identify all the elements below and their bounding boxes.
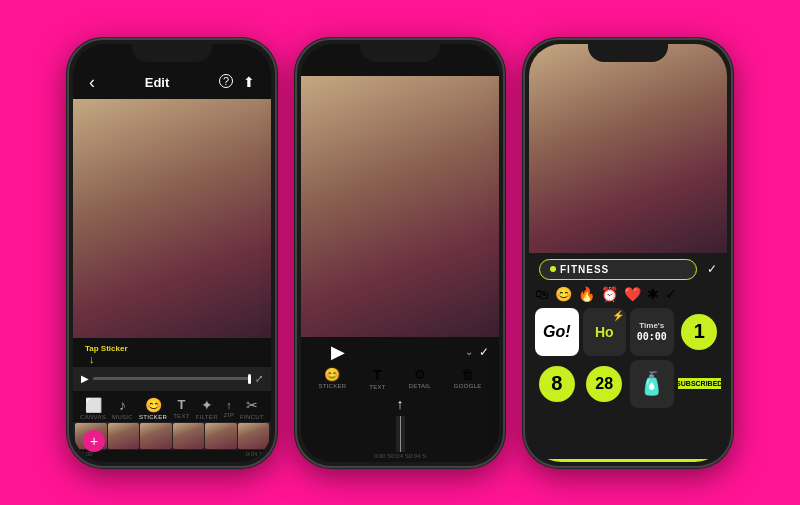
emoji-tab-bag[interactable]: 🛍 <box>535 286 549 302</box>
fincut-icon: ✂ <box>246 397 258 413</box>
sticker-number-1[interactable]: 1 <box>678 308 722 356</box>
filter-tool[interactable]: ✦ FILTER <box>196 397 218 420</box>
search-pill[interactable]: FITNESS <box>539 259 697 280</box>
check-icon-2[interactable]: ✓ <box>479 345 489 359</box>
video-area-1 <box>73 99 271 338</box>
phone-2: ▶ ⌄ ✓ 😊 STICKER T TEXT ⚙ DETAIL <box>295 38 505 468</box>
tap-sticker-label: Tap Sticker ↓ <box>73 344 271 365</box>
back-icon[interactable]: ‹ <box>89 72 95 93</box>
timeline-bar-1: ▶ ⤢ <box>73 367 271 391</box>
play-btn-large[interactable]: ▶ <box>331 341 345 363</box>
up-arrow-icon: ↑ <box>397 396 404 412</box>
share-icon[interactable]: ⬆ <box>243 74 255 90</box>
header-icons: ? ⬆ <box>219 74 255 90</box>
emoji-tab-fire[interactable]: 🔥 <box>578 286 595 302</box>
hold-text: Ho <box>595 324 614 340</box>
filmstrip-area-2 <box>396 416 405 452</box>
middle-controls-2: ▶ ⌄ ✓ 😊 STICKER T TEXT ⚙ DETAIL <box>301 337 499 462</box>
frame-3 <box>140 423 172 449</box>
add-button[interactable]: + <box>83 430 105 452</box>
timeline-track-1 <box>93 377 251 380</box>
detail-icon-2: ⚙ <box>414 367 426 382</box>
emoji-tab-smile[interactable]: 😊 <box>555 286 572 302</box>
sticker-28[interactable]: 28 <box>583 360 627 408</box>
filter-icon: ✦ <box>201 397 213 413</box>
text-tool[interactable]: T TEXT <box>173 397 190 419</box>
sticker-go[interactable]: Go! <box>535 308 579 356</box>
sticker-8[interactable]: 8 <box>535 360 579 408</box>
notch-3 <box>588 40 668 62</box>
sticker-subscribed[interactable]: SUBSCRIBED <box>678 360 722 408</box>
search-dot <box>550 266 556 272</box>
sticker-icon-2: 😊 <box>324 367 340 382</box>
number-8-badge: 8 <box>539 366 575 402</box>
notch-1 <box>132 40 212 62</box>
canvas-icon: ⬜ <box>85 397 102 413</box>
lightning-icon: ⚡ <box>612 310 624 321</box>
timeline-labels-1: 0:00 0:04 S <box>73 450 271 458</box>
sticker-times[interactable]: Time's 00:00 <box>630 308 674 356</box>
emoji-tab-check[interactable]: ✓ <box>665 286 677 302</box>
zip-tool[interactable]: ↑ ZIP <box>224 399 234 418</box>
frame-2 <box>108 423 140 449</box>
sticker-hold[interactable]: Ho ⚡ <box>583 308 627 356</box>
video-area-3 <box>529 44 727 253</box>
text-icon: T <box>177 397 185 412</box>
music-icon: ♪ <box>119 397 126 413</box>
play-icon-small[interactable]: ▶ <box>81 373 89 384</box>
emoji-tab-heart[interactable]: ❤️ <box>624 286 641 302</box>
crop-icon: ⤢ <box>255 373 263 384</box>
phones-container: ‹ Edit ? ⬆ Tap Sticker ↓ ▶ ⤢ <box>57 28 743 478</box>
arrow-down-icon: ↓ <box>89 353 95 365</box>
zip-icon: ↑ <box>226 399 232 411</box>
sticker-row-2: 8 28 🧴 SUBSCRIBED <box>535 360 721 408</box>
sticker-bottle[interactable]: 🧴 <box>630 360 674 408</box>
up-arrow-container: ↑ <box>301 392 499 416</box>
sticker-panel: FITNESS ✓ 🛍 😊 🔥 ⏰ ❤️ ✱ ✓ Go <box>529 253 727 462</box>
video-area-2 <box>301 76 499 337</box>
chevron-down-icon: ⌄ <box>465 346 473 357</box>
text-tool-2[interactable]: T TEXT <box>369 367 386 390</box>
sticker-toolbar-2: 😊 STICKER T TEXT ⚙ DETAIL 🗑 GOOGLE <box>301 363 499 392</box>
sticker-tool[interactable]: 😊 STICKER <box>139 397 167 420</box>
screen-3: FITNESS ✓ 🛍 😊 🔥 ⏰ ❤️ ✱ ✓ Go <box>529 44 727 462</box>
toolbar-1: ⬜ CANVAS ♪ MUSIC 😊 STICKER T TEXT <box>73 393 271 422</box>
number-1-badge: 1 <box>681 314 717 350</box>
sticker-grid: Go! Ho ⚡ Time's 00:00 1 <box>529 304 727 459</box>
detail-tool-2[interactable]: ⚙ DETAIL <box>409 367 431 390</box>
emoji-tabs: 🛍 😊 🔥 ⏰ ❤️ ✱ ✓ <box>529 284 727 304</box>
screen-1: ‹ Edit ? ⬆ Tap Sticker ↓ ▶ ⤢ <box>73 44 271 462</box>
frame-4 <box>173 423 205 449</box>
notch-2 <box>360 40 440 62</box>
subscribed-badge: SUBSCRIBED <box>678 378 722 389</box>
search-bar-row: FITNESS ✓ <box>529 253 727 284</box>
frame-5 <box>205 423 237 449</box>
green-bar <box>535 459 721 462</box>
phone-3: FITNESS ✓ 🛍 😊 🔥 ⏰ ❤️ ✱ ✓ Go <box>523 38 733 468</box>
music-tool[interactable]: ♪ MUSIC <box>112 397 133 420</box>
timeline-labels-2: 0:00 S 0:04 S 0:04 S <box>366 452 434 460</box>
google-tool-2[interactable]: 🗑 GOOGLE <box>454 367 482 390</box>
text-icon-2: T <box>373 367 382 383</box>
help-icon[interactable]: ? <box>219 74 233 88</box>
sticker-row-1: Go! Ho ⚡ Time's 00:00 1 <box>535 308 721 356</box>
google-icon-2: 🗑 <box>461 367 474 382</box>
number-28-badge: 28 <box>586 366 622 402</box>
sticker-icon: 😊 <box>145 397 162 413</box>
emoji-tab-star[interactable]: ✱ <box>647 286 659 302</box>
edit-title: Edit <box>145 75 170 90</box>
check-icon-3[interactable]: ✓ <box>707 262 717 276</box>
frame-6 <box>238 423 270 449</box>
emoji-tab-clock[interactable]: ⏰ <box>601 286 618 302</box>
screen-2: ▶ ⌄ ✓ 😊 STICKER T TEXT ⚙ DETAIL <box>301 44 499 462</box>
canvas-tool[interactable]: ⬜ CANVAS <box>80 397 106 420</box>
fincut-tool[interactable]: ✂ FINCUT <box>240 397 264 420</box>
bottom-section-1: Tap Sticker ↓ ▶ ⤢ ⬜ CANVAS ♪ MUSIC <box>73 338 271 462</box>
play-row-2: ▶ ⌄ ✓ <box>301 341 499 363</box>
phone-1: ‹ Edit ? ⬆ Tap Sticker ↓ ▶ ⤢ <box>67 38 277 468</box>
sticker-tool-2[interactable]: 😊 STICKER <box>318 367 346 390</box>
